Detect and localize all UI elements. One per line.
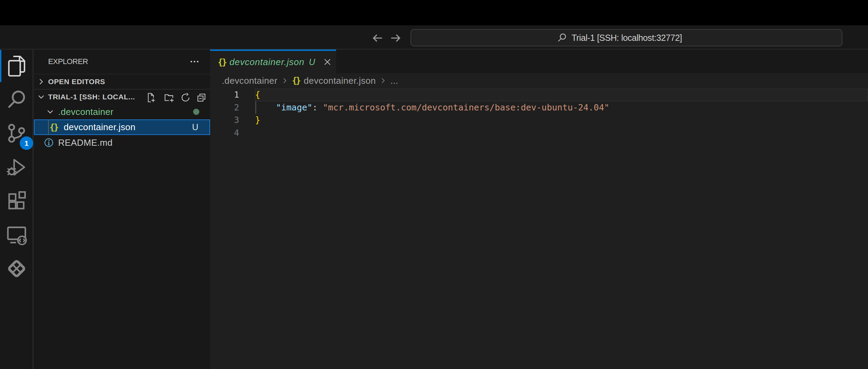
line-number: 3	[210, 114, 239, 126]
code-line: "image": "mcr.microsoft.com/devcontainer…	[255, 101, 609, 114]
new-file-icon	[145, 92, 156, 103]
breadcrumbs: .devcontainer {} devcontainer.json ...	[210, 73, 868, 88]
remote-explorer-icon	[6, 224, 28, 246]
editor-group: {} devcontainer.json U .devcontainer {} …	[210, 50, 868, 369]
active-view-indicator	[0, 50, 1, 82]
tree-item-devcontainer-folder[interactable]: .devcontainer	[34, 104, 210, 119]
folder-label: .devcontainer	[58, 104, 114, 119]
explorer-sidebar: EXPLORER OPEN EDITORS TRIAL-1 [SSH: LOCA…	[34, 50, 210, 369]
sidebar-header: EXPLORER	[34, 50, 210, 74]
code-token	[255, 102, 276, 112]
code-token: "image"	[276, 102, 312, 112]
new-folder-icon	[164, 92, 174, 103]
activity-extensions-button[interactable]	[6, 190, 28, 212]
refresh-icon	[180, 92, 191, 103]
search-icon	[557, 33, 567, 43]
file-label: README.md	[58, 135, 112, 150]
tab-git-status: U	[309, 57, 315, 67]
command-center[interactable]: Trial-1 [SSH: localhost:32772]	[410, 29, 842, 46]
breadcrumb-file[interactable]: devcontainer.json	[304, 75, 376, 86]
tab-label: devcontainer.json	[229, 57, 304, 68]
breadcrumb-folder[interactable]: .devcontainer	[222, 75, 278, 86]
code-line: }	[255, 114, 260, 126]
chevron-right-icon	[37, 77, 46, 86]
info-file-icon	[44, 138, 54, 147]
workspace-label: TRIAL-1 [SSH: LOCAL...	[48, 93, 135, 101]
activity-run-debug-button[interactable]	[6, 156, 28, 178]
search-icon	[6, 89, 28, 111]
open-editors-label: OPEN EDITORS	[48, 78, 105, 86]
code-line: {	[255, 88, 260, 101]
chevron-right-icon	[379, 76, 387, 85]
collapse-all-icon	[196, 92, 207, 103]
breadcrumb-symbol[interactable]: ...	[390, 75, 398, 86]
new-file-button[interactable]	[145, 92, 156, 103]
activity-containers-button[interactable]	[6, 258, 28, 280]
navigate-forward-icon[interactable]	[390, 32, 401, 44]
new-folder-button[interactable]	[164, 92, 174, 103]
git-untracked-badge: U	[190, 119, 200, 135]
source-control-badge: 1	[20, 136, 33, 150]
workspace-section-header[interactable]: TRIAL-1 [SSH: LOCAL...	[34, 89, 210, 104]
file-label: devcontainer.json	[64, 119, 135, 135]
containers-icon	[6, 258, 28, 280]
code-token	[318, 102, 323, 112]
refresh-explorer-button[interactable]	[180, 92, 191, 103]
code-editor[interactable]: 1 2 3 4 { "image": "mcr.microsoft.com/de…	[210, 88, 868, 369]
navigate-back-icon[interactable]	[372, 32, 383, 44]
title-bar: Trial-1 [SSH: localhost:32772]	[0, 25, 868, 50]
code-token: }	[255, 115, 260, 125]
activity-search-button[interactable]	[6, 89, 28, 111]
tree-item-devcontainer-json-selected[interactable]: {} devcontainer.json U	[34, 119, 210, 135]
code-token: "mcr.microsoft.com/devcontainers/base:de…	[323, 102, 609, 112]
sidebar-title: EXPLORER	[48, 50, 88, 74]
activity-remote-explorer-button[interactable]	[6, 224, 28, 246]
command-center-label: Trial-1 [SSH: localhost:32772]	[571, 33, 682, 43]
line-number: 1	[210, 88, 239, 101]
close-tab-button[interactable]	[322, 57, 333, 67]
json-file-icon: {}	[218, 57, 226, 67]
activity-explorer-button[interactable]	[6, 55, 28, 77]
json-file-icon: {}	[49, 119, 58, 135]
code-token: {	[255, 90, 260, 100]
files-icon	[6, 55, 28, 77]
collapse-folders-button[interactable]	[196, 92, 207, 103]
open-editors-section-header[interactable]: OPEN EDITORS	[34, 74, 210, 89]
current-line-highlight	[255, 89, 868, 101]
more-actions-button[interactable]	[189, 56, 200, 67]
screen-top-black-strip	[0, 0, 868, 25]
tab-devcontainer-json[interactable]: {} devcontainer.json U	[210, 50, 336, 73]
git-modified-dot-badge	[193, 109, 199, 115]
debug-icon	[6, 156, 28, 178]
activity-bar: 1	[0, 50, 33, 369]
tab-bar: {} devcontainer.json U	[210, 50, 868, 73]
code-token: :	[313, 102, 318, 112]
chevron-right-icon	[281, 76, 289, 85]
chevron-down-icon	[46, 107, 55, 116]
tree-item-readme[interactable]: README.md	[34, 135, 210, 150]
extensions-icon	[6, 190, 28, 212]
line-number: 4	[210, 126, 239, 139]
ellipsis-icon	[189, 56, 200, 67]
chevron-down-icon	[37, 92, 46, 101]
json-file-icon: {}	[292, 76, 300, 86]
close-icon	[322, 57, 333, 67]
line-number: 2	[210, 101, 239, 114]
tree-indent-guide	[48, 119, 49, 135]
